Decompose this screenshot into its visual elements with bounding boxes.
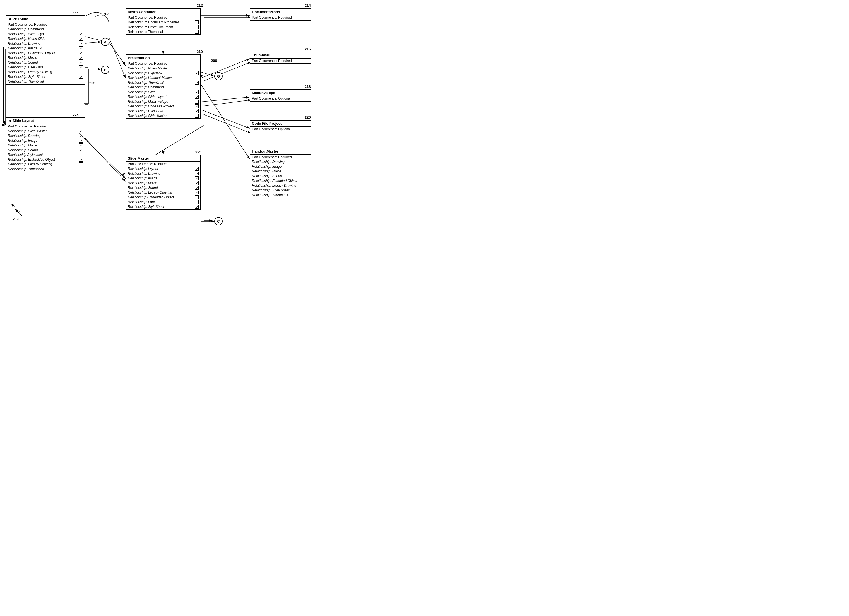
sm-row-1: Relationship: Layout — [126, 167, 200, 171]
slide-layout-box: ◄ Slide Layout Part Occurrence: Required… — [6, 117, 85, 172]
ref-225: 225 — [195, 150, 201, 154]
svg-line-27 — [3, 120, 6, 125]
sm-row-5: Relationship: Sound — [126, 186, 200, 190]
ref-222: 222 — [73, 10, 79, 14]
pptslide-row-6: Relationship: Embedded Object — [6, 51, 85, 55]
pptslide-row-4: Relationship: Drawing — [6, 41, 85, 46]
hm-row-3: Relationship: Movie — [250, 169, 311, 174]
svg-line-6 — [204, 115, 251, 133]
hm-row-7: Relationship: Style Sheet — [250, 188, 311, 193]
circle-E: E — [101, 65, 109, 74]
pptslide-row-5: Relationship: ImageExt — [6, 46, 85, 51]
pres-row-10: Relationship: User Data — [126, 109, 200, 113]
hm-row-8: Relationship: Thumbnail — [250, 193, 311, 198]
presentation-title: Presentation — [126, 55, 200, 61]
pptslide-row-12: Relationship: Thumbnail — [6, 79, 85, 84]
sl-row-5: Relationship: Sound — [6, 148, 85, 153]
diagram: ◄ PPTSlide Part Occurrence: Required Rel… — [0, 0, 335, 243]
sl-row-6: Relationship Stylesheet — [6, 153, 85, 157]
hm-row-6: Relationship: Legacy Drawing — [250, 183, 311, 188]
ref-218: 218 — [305, 85, 311, 89]
svg-line-19 — [84, 137, 125, 182]
ref-212: 212 — [197, 3, 203, 7]
svg-line-5 — [204, 100, 251, 106]
svg-line-24 — [109, 42, 125, 65]
ref-214: 214 — [305, 3, 311, 7]
sl-row-4: Relationship: Movie — [6, 143, 85, 148]
sm-row-3: Relationship: Image — [126, 176, 200, 181]
pptslide-box: ◄ PPTSlide Part Occurrence: Required Rel… — [6, 15, 85, 85]
codefileproject-box: Code File Project Part Occurrence: Optio… — [250, 120, 311, 132]
svg-line-36 — [201, 97, 250, 102]
hm-row-2: Relationship: Image — [250, 164, 311, 169]
me-row-0: Part Occurrence: Optional — [250, 96, 311, 101]
pptslide-title: ◄ PPTSlide — [6, 16, 85, 22]
mc-row-3: Relationship: Thumbnail — [126, 30, 200, 34]
ref-208: 208 — [13, 217, 19, 221]
pres-row-1: Relationship: Notes Master — [126, 66, 200, 71]
pres-row-0: Part Occurrence: Required — [126, 61, 200, 66]
ref-216: 216 — [305, 47, 311, 51]
sl-row-3: Relationship: Image — [6, 138, 85, 143]
hm-row-5: Relationship: Emedded Object — [250, 179, 311, 183]
svg-line-17 — [11, 204, 19, 212]
thumbnail-title: Thumbnail — [250, 52, 311, 59]
svg-line-34 — [201, 72, 214, 76]
sl-row-7: Relationship: Embedded Object — [6, 157, 85, 162]
mc-row-2: Relationship: Office Document — [126, 25, 200, 30]
ref-209: 209 — [211, 59, 217, 63]
codefileproject-title: Code File Project — [250, 121, 311, 127]
metro-container-box: Metro Container Part Occurrence: Require… — [125, 8, 201, 35]
svg-line-42 — [201, 85, 250, 159]
pres-row-4: Relationship: Thumbnail — [126, 80, 200, 85]
pres-row-11: Relationship: Slide Master — [126, 113, 200, 118]
sl-row-1: Relationship: Slide Master — [6, 129, 85, 134]
handoutmaster-box: HandoutMaster Part Occurrence: Required … — [250, 148, 311, 198]
presentation-box: Presentation Part Occurrence: Required R… — [125, 54, 201, 119]
sm-row-0: Part Occurrence: Required — [126, 162, 200, 167]
svg-line-4 — [204, 62, 251, 81]
pres-row-7: Relationship: Slide Layout — [126, 95, 200, 99]
sm-row-4: Relationship: Movie — [126, 181, 200, 186]
ref-210: 210 — [197, 50, 203, 54]
metro-container-title: Metro Container — [126, 9, 200, 15]
pptslide-row-0: Part Occurrence: Required — [6, 22, 85, 27]
pptslide-row-7: Relationship: Movie — [6, 55, 85, 60]
circle-G: G — [214, 72, 223, 80]
mc-row-0: Part Occurrence: Required — [126, 15, 200, 20]
pptslide-row-8: Relationship: Sound — [6, 60, 85, 65]
hm-row-0: Part Occurrence: Required — [250, 155, 311, 159]
svg-line-37 — [201, 110, 250, 128]
dp-row-0: Part Occurrence: Required — [250, 15, 311, 20]
pres-row-6: Relationship: Slide — [126, 90, 200, 95]
pres-row-9: Relationship: Code File Project — [126, 104, 200, 109]
svg-line-23 — [85, 42, 101, 43]
slide-layout-title: ◄ Slide Layout — [6, 118, 85, 124]
sm-row-6: Relationship: Legacy Drawing — [126, 190, 200, 195]
svg-line-43 — [15, 209, 22, 216]
pres-row-8: Relationship: MailEnvelope — [126, 99, 200, 104]
pres-row-3: Relationship: Handout Master — [126, 76, 200, 80]
hm-row-4: Relationship: Sound — [250, 174, 311, 179]
pres-row-2: Relationship: Hyperlink — [126, 71, 200, 76]
pres-row-5: Relationship: Comments — [126, 85, 200, 90]
circle-C: C — [214, 217, 223, 225]
sm-row-7: Relationship Embedded Object — [126, 195, 200, 200]
ref-203: 203 — [103, 12, 109, 16]
th-row-0: Part Occurrence: Required — [250, 59, 311, 63]
pptslide-row-2: Relationship: Slide Layout — [6, 32, 85, 37]
sl-row-2: Relationship: Drawing — [6, 134, 85, 138]
sl-row-8: Relationship: Legacy Drawing — [6, 162, 85, 167]
thumbnail-box: Thumbnail Part Occurrence: Required — [250, 52, 311, 64]
pptslide-row-10: Relationship: Legacy Drawing — [6, 70, 85, 74]
ref-205: 205 — [89, 81, 95, 85]
svg-line-8 — [109, 37, 125, 78]
handoutmaster-title: HandoutMaster — [250, 149, 311, 155]
sl-row-9: Relationship: Thumbnail — [6, 167, 85, 171]
ref-220: 220 — [305, 115, 311, 119]
sl-row-0: Part Occurrence: Required — [6, 124, 85, 129]
svg-line-33 — [201, 59, 250, 78]
sm-row-9: Relationship: StyleSheet — [126, 204, 200, 209]
svg-line-40 — [78, 132, 125, 179]
slide-master-title: Slide Master — [126, 155, 200, 162]
